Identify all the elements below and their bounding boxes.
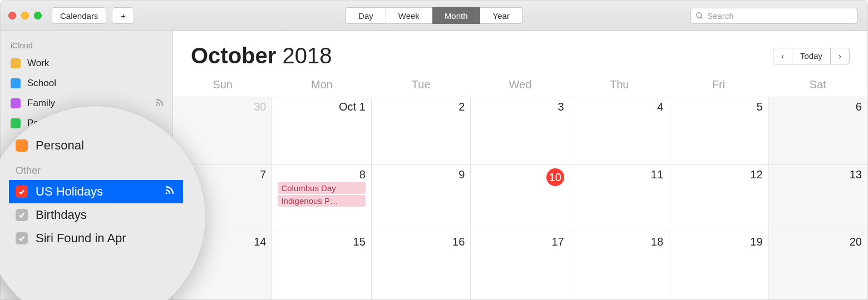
date-label: Oct 1 xyxy=(278,101,365,113)
event-chip[interactable]: Columbus Day xyxy=(278,182,365,194)
search-input[interactable]: Search xyxy=(691,8,857,24)
date-label: 19 xyxy=(675,236,762,248)
date-label: 13 xyxy=(775,168,862,181)
date-label: 12 xyxy=(675,168,762,181)
zoom-button[interactable] xyxy=(34,12,42,19)
day-cell[interactable]: Oct 1 xyxy=(272,97,371,164)
weekday-label: Mon xyxy=(272,78,371,91)
sidebar-group-other: Other xyxy=(9,157,183,180)
next-button[interactable]: › xyxy=(831,48,850,64)
weekday-label: Sat xyxy=(768,78,867,91)
add-button[interactable]: + xyxy=(112,7,134,24)
day-cell[interactable]: 30 xyxy=(173,97,272,164)
weekday-label: Wed xyxy=(471,78,570,91)
view-switcher: Day Week Month Year xyxy=(346,7,522,24)
date-label: 9 xyxy=(377,168,465,181)
view-month[interactable]: Month xyxy=(432,7,481,24)
month-header: October 2018 ‹ Today › xyxy=(173,31,867,74)
close-button[interactable] xyxy=(8,12,16,19)
date-label: 4 xyxy=(576,101,663,113)
weekday-label: Tue xyxy=(372,78,471,91)
sidebar-item-label: School xyxy=(27,78,56,89)
sidebar-item-label: Birthdays xyxy=(36,208,87,222)
calendar-color-icon xyxy=(11,78,21,88)
month-grid: 30Oct 12345678Columbus DayIndigenous P…9… xyxy=(173,97,867,299)
date-label: 8 xyxy=(278,168,365,181)
checkbox-icon xyxy=(16,232,28,244)
day-cell[interactable]: 11 xyxy=(570,165,669,232)
sidebar-item-label: Personal xyxy=(36,138,84,153)
day-cell[interactable]: 17 xyxy=(471,232,570,299)
date-label: 17 xyxy=(476,236,564,248)
view-day[interactable]: Day xyxy=(346,7,386,24)
date-label: 15 xyxy=(278,236,365,248)
calendars-button[interactable]: Calendars xyxy=(52,7,106,24)
search-placeholder: Search xyxy=(707,11,734,21)
titlebar: Calendars + Day Week Month Year Search xyxy=(1,1,867,31)
checkbox-icon xyxy=(16,186,28,198)
shared-icon xyxy=(155,97,165,110)
sidebar-item-birthdays[interactable]: Birthdays xyxy=(9,203,183,227)
date-label: 30 xyxy=(179,101,266,113)
day-cell[interactable]: 12 xyxy=(669,165,768,232)
sidebar-item-personal[interactable]: Personal xyxy=(9,134,183,157)
minimize-button[interactable] xyxy=(21,12,29,19)
date-label: 3 xyxy=(476,101,564,113)
weekday-row: SunMonTueWedThuFriSat xyxy=(173,74,867,97)
window-controls xyxy=(8,12,42,19)
date-label: 6 xyxy=(775,101,862,113)
date-label: 20 xyxy=(775,236,862,248)
sidebar-group-icloud: iCloud xyxy=(1,39,172,53)
date-label: 10 xyxy=(476,168,564,186)
date-label: 11 xyxy=(576,168,663,181)
day-cell[interactable]: 3 xyxy=(471,97,570,164)
svg-point-2 xyxy=(156,104,157,106)
day-cell[interactable]: 15 xyxy=(272,232,371,299)
svg-point-0 xyxy=(697,13,702,18)
sidebar-item-siri[interactable]: Siri Found in Apr xyxy=(9,227,183,250)
day-cell[interactable]: 19 xyxy=(669,232,768,299)
weekday-label: Thu xyxy=(570,78,669,91)
day-cell[interactable]: 6 xyxy=(769,97,867,164)
day-cell[interactable]: 10 xyxy=(471,165,570,232)
day-cell[interactable]: 5 xyxy=(669,97,768,164)
date-label: 5 xyxy=(675,101,762,113)
day-cell[interactable]: 8Columbus DayIndigenous P… xyxy=(272,165,371,232)
weekday-label: Sun xyxy=(173,78,272,91)
prev-button[interactable]: ‹ xyxy=(773,48,792,64)
calendar-color-icon xyxy=(11,118,21,128)
calendar-color-icon xyxy=(11,58,21,68)
week-row: 78Columbus DayIndigenous P…910111213 xyxy=(173,164,867,232)
month-title: October 2018 xyxy=(191,43,332,68)
date-label: 2 xyxy=(377,101,465,113)
sidebar-item-label: US Holidays xyxy=(36,184,103,199)
day-cell[interactable]: 9 xyxy=(372,165,471,232)
day-cell[interactable]: 20 xyxy=(769,232,867,299)
main-area: October 2018 ‹ Today › SunMonTueWedThuFr… xyxy=(173,31,867,299)
sidebar-item-label: Work xyxy=(27,58,49,69)
sidebar-item-label: Siri Found in Apr xyxy=(36,231,126,246)
day-cell[interactable]: 16 xyxy=(372,232,471,299)
month-nav: ‹ Today › xyxy=(773,48,850,64)
sidebar-item-label: Family xyxy=(27,98,55,109)
search-icon xyxy=(696,12,704,20)
view-year[interactable]: Year xyxy=(481,7,522,24)
view-week[interactable]: Week xyxy=(386,7,432,24)
sidebar-item-us-holidays[interactable]: US Holidays xyxy=(9,180,183,203)
day-cell[interactable]: 18 xyxy=(570,232,669,299)
week-row: 14151617181920 xyxy=(173,232,867,299)
calendar-color-icon xyxy=(11,98,21,108)
day-cell[interactable]: 4 xyxy=(570,97,669,164)
week-row: 30Oct 123456 xyxy=(173,97,867,164)
calendar-color-icon xyxy=(16,139,28,152)
svg-point-3 xyxy=(166,192,167,194)
sidebar-item-work[interactable]: Work xyxy=(1,53,172,73)
today-button[interactable]: Today xyxy=(792,48,831,64)
event-chip[interactable]: Indigenous P… xyxy=(278,195,365,207)
sidebar-item-school[interactable]: School xyxy=(1,73,172,93)
date-label: 16 xyxy=(377,236,465,248)
weekday-label: Fri xyxy=(669,78,768,91)
date-label: 18 xyxy=(576,236,663,248)
day-cell[interactable]: 2 xyxy=(372,97,471,164)
day-cell[interactable]: 13 xyxy=(769,165,867,232)
